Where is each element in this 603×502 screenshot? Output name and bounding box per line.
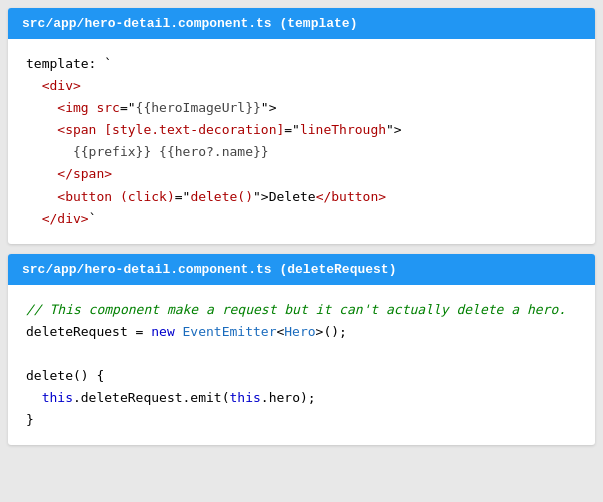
delete-panel-title: src/app/hero-detail.component.ts (delete… — [22, 262, 396, 277]
code-line: delete() { — [26, 365, 577, 387]
code-line: <img src="{{heroImageUrl}}"> — [26, 97, 577, 119]
delete-panel: src/app/hero-detail.component.ts (delete… — [8, 254, 595, 446]
code-line: </span> — [26, 163, 577, 185]
delete-panel-header: src/app/hero-detail.component.ts (delete… — [8, 254, 595, 285]
code-line: </div>` — [26, 208, 577, 230]
code-line: this.deleteRequest.emit(this.hero); — [26, 387, 577, 409]
code-line: <div> — [26, 75, 577, 97]
template-panel-header: src/app/hero-detail.component.ts (templa… — [8, 8, 595, 39]
template-panel-title: src/app/hero-detail.component.ts (templa… — [22, 16, 357, 31]
code-line: } — [26, 409, 577, 431]
code-line: deleteRequest = new EventEmitter<Hero>()… — [26, 321, 577, 343]
delete-panel-body: // This component make a request but it … — [8, 285, 595, 446]
code-line: <span [style.text-decoration]="lineThrou… — [26, 119, 577, 141]
code-line: <button (click)="delete()">Delete</butto… — [26, 186, 577, 208]
code-line: template: ` — [26, 53, 577, 75]
code-line — [26, 343, 577, 365]
template-panel-body: template: ` <div> <img src="{{heroImageU… — [8, 39, 595, 244]
code-line: {{prefix}} {{hero?.name}} — [26, 141, 577, 163]
code-line: // This component make a request but it … — [26, 299, 577, 321]
template-panel: src/app/hero-detail.component.ts (templa… — [8, 8, 595, 244]
